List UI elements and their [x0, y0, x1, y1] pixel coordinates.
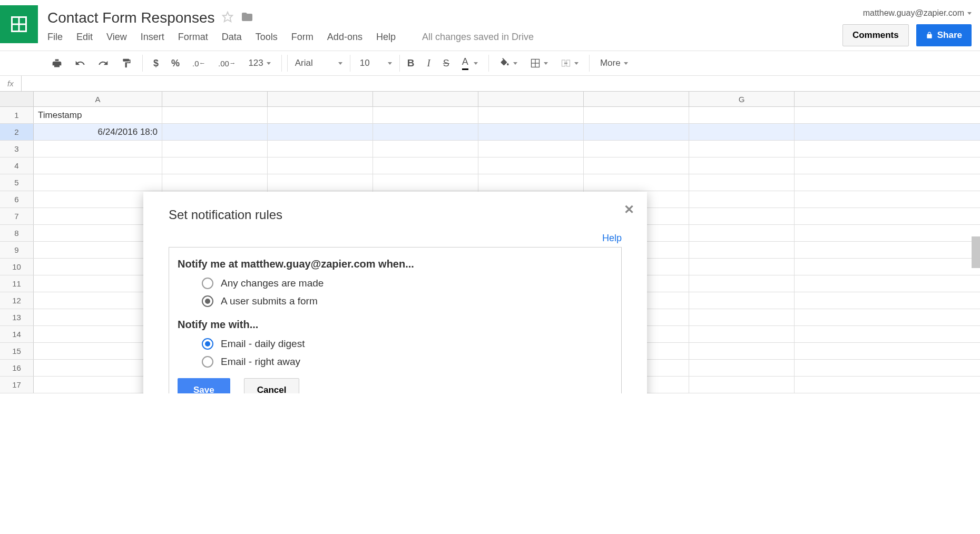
fill-color-dropdown[interactable] [494, 55, 523, 72]
merge-cells-dropdown[interactable] [555, 55, 584, 71]
font-size-dropdown[interactable]: 10 [352, 55, 400, 72]
column-header[interactable] [373, 92, 478, 106]
menu-file[interactable]: File [47, 32, 63, 43]
row-header[interactable]: 2 [0, 124, 34, 140]
cell[interactable] [268, 157, 373, 174]
percent-icon[interactable]: % [166, 55, 185, 72]
row-header[interactable]: 10 [0, 259, 34, 275]
folder-icon[interactable] [241, 11, 253, 25]
row-header[interactable]: 11 [0, 275, 34, 292]
cell[interactable] [689, 377, 795, 393]
row-header[interactable]: 17 [0, 377, 34, 393]
italic-icon[interactable]: I [422, 54, 436, 72]
undo-icon[interactable] [70, 55, 91, 72]
row-header[interactable]: 5 [0, 174, 34, 191]
cell[interactable] [373, 107, 478, 123]
cell[interactable] [34, 174, 162, 191]
currency-icon[interactable]: $ [148, 55, 164, 72]
cell[interactable] [373, 157, 478, 174]
sheets-logo[interactable] [0, 5, 38, 43]
cell[interactable] [162, 107, 268, 123]
strikethrough-icon[interactable]: S [438, 55, 455, 72]
cell[interactable] [162, 174, 268, 191]
cell[interactable] [584, 124, 689, 140]
cell[interactable] [689, 309, 795, 325]
cell[interactable] [689, 275, 795, 292]
row-header[interactable]: 3 [0, 141, 34, 157]
cell[interactable] [34, 157, 162, 174]
font-family-dropdown[interactable]: Arial [287, 55, 350, 72]
row-header[interactable]: 1 [0, 107, 34, 123]
cell[interactable] [268, 174, 373, 191]
cell[interactable] [162, 157, 268, 174]
menu-addons[interactable]: Add-ons [327, 32, 362, 43]
row-header[interactable]: 16 [0, 360, 34, 376]
cell[interactable] [584, 141, 689, 157]
cell[interactable]: Timestamp [34, 107, 162, 123]
cell[interactable] [478, 107, 584, 123]
help-link[interactable]: Help [602, 233, 622, 243]
paint-format-icon[interactable] [116, 55, 137, 72]
column-header[interactable] [584, 92, 689, 106]
decrease-decimal-icon[interactable]: .0← [187, 56, 211, 71]
cell[interactable] [34, 141, 162, 157]
cell[interactable] [689, 141, 795, 157]
cell[interactable] [268, 107, 373, 123]
cell[interactable] [373, 124, 478, 140]
cell[interactable] [689, 292, 795, 309]
cell[interactable] [689, 107, 795, 123]
row-header[interactable]: 13 [0, 309, 34, 325]
print-icon[interactable] [46, 55, 67, 72]
column-header[interactable] [478, 92, 584, 106]
more-toolbar-dropdown[interactable]: More [595, 55, 633, 72]
close-icon[interactable]: ✕ [624, 202, 634, 217]
radio-any-changes[interactable]: Any changes are made [202, 278, 613, 289]
cell[interactable] [689, 360, 795, 376]
bold-icon[interactable]: B [402, 54, 420, 72]
column-header[interactable]: A [34, 92, 162, 106]
radio-right-away[interactable]: Email - right away [202, 356, 613, 368]
menu-form[interactable]: Form [291, 32, 313, 43]
user-account[interactable]: matthew.guay@zapier.com [863, 8, 972, 18]
cell[interactable] [689, 208, 795, 224]
document-title[interactable]: Contact Form Responses [47, 9, 214, 26]
row-header[interactable]: 9 [0, 242, 34, 258]
cell[interactable] [689, 174, 795, 191]
cell[interactable] [478, 124, 584, 140]
cell[interactable] [478, 174, 584, 191]
redo-icon[interactable] [93, 55, 114, 72]
share-button[interactable]: Share [916, 24, 972, 46]
column-header[interactable] [268, 92, 373, 106]
row-header[interactable]: 15 [0, 343, 34, 359]
cancel-button[interactable]: Cancel [244, 378, 300, 393]
radio-daily-digest[interactable]: Email - daily digest [202, 338, 613, 350]
cell[interactable] [689, 225, 795, 241]
menu-format[interactable]: Format [178, 32, 208, 43]
cell[interactable] [689, 259, 795, 275]
menu-view[interactable]: View [106, 32, 127, 43]
menu-edit[interactable]: Edit [76, 32, 93, 43]
text-color-dropdown[interactable]: A [457, 53, 483, 73]
cell[interactable] [268, 141, 373, 157]
menu-tools[interactable]: Tools [256, 32, 278, 43]
increase-decimal-icon[interactable]: .00→ [213, 56, 241, 71]
comments-button[interactable]: Comments [842, 24, 909, 46]
cell[interactable] [689, 124, 795, 140]
cell[interactable] [268, 124, 373, 140]
cell[interactable] [689, 343, 795, 359]
select-all-corner[interactable] [0, 92, 34, 106]
cell[interactable] [373, 141, 478, 157]
cell[interactable] [584, 174, 689, 191]
cell[interactable] [584, 107, 689, 123]
radio-user-submits-form[interactable]: A user submits a form [202, 295, 613, 307]
row-header[interactable]: 14 [0, 326, 34, 342]
cell[interactable] [689, 326, 795, 342]
row-header[interactable]: 8 [0, 225, 34, 241]
menu-insert[interactable]: Insert [141, 32, 164, 43]
number-format-dropdown[interactable]: 123 [243, 55, 276, 72]
row-header[interactable]: 6 [0, 191, 34, 207]
row-header[interactable]: 4 [0, 157, 34, 174]
save-button[interactable]: Save [178, 378, 230, 393]
cell[interactable] [478, 141, 584, 157]
cell[interactable]: 6/24/2016 18:0 [34, 124, 162, 140]
